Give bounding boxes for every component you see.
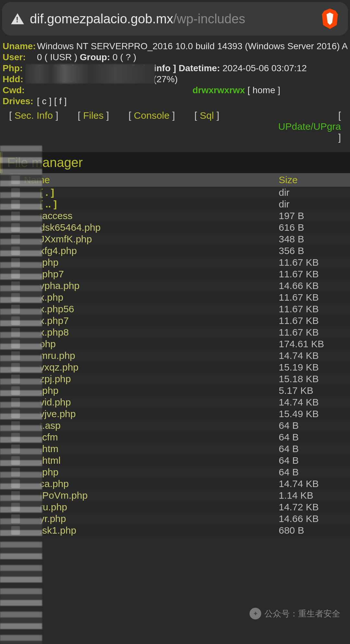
nav-update[interactable]: [UPdate/UPgra] — [239, 110, 341, 143]
file-row[interactable]: dsk65464.php616 B — [9, 222, 350, 233]
file-name[interactable]: .php — [23, 385, 279, 396]
file-name[interactable]: x.php7 — [23, 315, 279, 326]
file-row[interactable]: vxqz.php15.19 KB — [9, 361, 350, 373]
file-size: 14.72 KB — [279, 502, 350, 513]
column-name-header[interactable]: Name — [23, 174, 279, 185]
file-size: 64 B — [279, 467, 350, 478]
file-size: 11.67 KB — [279, 327, 350, 338]
file-row[interactable]: vpha.php14.66 KB — [9, 280, 350, 292]
file-row[interactable]: taccess197 B — [9, 210, 350, 222]
censored-filename-prefix-region — [0, 146, 42, 644]
file-name[interactable]: mru.php — [23, 350, 279, 361]
file-row[interactable]: ru.php14.72 KB — [9, 501, 350, 513]
file-name[interactable]: x.php8 — [23, 327, 279, 338]
file-row[interactable]: x.php5611.67 KB — [9, 303, 350, 315]
nav-console[interactable]: [ Console ] — [128, 110, 175, 121]
file-row[interactable]: yr.php14.66 KB — [9, 513, 350, 525]
file-name[interactable]: x.php — [23, 292, 279, 303]
file-row[interactable]: .php711.67 KB — [9, 268, 350, 280]
file-name[interactable]: .sk1.php — [23, 525, 279, 536]
home-link[interactable]: [ home ] — [245, 85, 280, 95]
nav-sql[interactable]: [ Sql ] — [194, 110, 219, 121]
file-size: 11.67 KB — [279, 315, 350, 326]
file-name[interactable]: ru.php — [23, 502, 279, 513]
file-size: 64 B — [279, 420, 350, 431]
file-row[interactable]: ca.php14.74 KB — [9, 478, 350, 490]
insecure-warning-icon — [11, 13, 24, 24]
file-row[interactable]: vjve.php15.49 KB — [9, 408, 350, 420]
file-row[interactable]: .php11.67 KB — [9, 257, 350, 268]
file-row[interactable]: mru.php14.74 KB — [9, 350, 350, 361]
file-row[interactable]: xfg4.php356 B — [9, 245, 350, 257]
file-size: 356 B — [279, 245, 350, 256]
file-row[interactable]: .htm64 B — [9, 443, 350, 455]
file-name[interactable]: .php7 — [23, 269, 279, 280]
brave-browser-icon[interactable] — [321, 8, 339, 29]
file-name[interactable]: zpj.php — [23, 373, 279, 384]
file-name[interactable]: yr.php — [23, 513, 279, 524]
url-text: dif.gomezpalacio.gob.mx/wp-includes — [30, 12, 315, 26]
column-size-header[interactable]: Size — [279, 174, 350, 185]
file-row[interactable]: vid.php14.74 KB — [9, 396, 350, 408]
file-name[interactable]: vid.php — [23, 397, 279, 408]
cwd-value: drwxrwxrwx [ home ] — [37, 85, 347, 96]
file-size: 15.19 KB — [279, 362, 350, 373]
file-size: 64 B — [279, 443, 350, 454]
file-row[interactable]: x.php811.67 KB — [9, 327, 350, 338]
file-size: 680 B — [279, 525, 350, 536]
file-size: 14.66 KB — [279, 280, 350, 291]
file-row[interactable]: .sk1.php680 B — [9, 525, 350, 536]
file-name[interactable]: .cfm — [23, 432, 279, 443]
browser-url-bar[interactable]: dif.gomezpalacio.gob.mx/wp-includes — [2, 2, 348, 36]
file-name[interactable]: .php — [23, 257, 279, 268]
file-row[interactable]: zpj.php15.18 KB — [9, 373, 350, 385]
censored-region — [25, 64, 155, 83]
tool-nav-menu: [ Sec. Info ] [ Files ] [ Console ] [ Sq… — [0, 108, 350, 144]
file-row[interactable]: t.asp64 B — [9, 420, 350, 431]
file-size: 11.67 KB — [279, 257, 350, 268]
file-name[interactable]: dsk65464.php — [23, 222, 279, 233]
file-name[interactable]: IPoVm.php — [23, 490, 279, 501]
file-row[interactable]: .php64 B — [9, 466, 350, 478]
file-name[interactable]: JXxmfK.php — [23, 234, 279, 245]
file-size: 197 B — [279, 210, 350, 221]
file-name[interactable]: taccess — [23, 210, 279, 221]
file-name[interactable]: vpha.php — [23, 280, 279, 291]
file-size: 14.74 KB — [279, 350, 350, 361]
file-name[interactable]: .html — [23, 455, 279, 466]
file-name[interactable]: [ . ] — [23, 187, 279, 198]
file-row[interactable]: IPoVm.php1.14 KB — [9, 490, 350, 501]
file-name[interactable]: [ .. ] — [23, 199, 279, 210]
file-row[interactable]: .php5.17 KB — [9, 385, 350, 396]
file-name[interactable]: vxqz.php — [23, 362, 279, 373]
file-size: 5.17 KB — [279, 385, 350, 396]
file-row[interactable]: x.php711.67 KB — [9, 315, 350, 327]
file-row[interactable]: ohp174.61 KB — [9, 338, 350, 350]
file-row[interactable]: x.php11.67 KB — [9, 292, 350, 303]
file-name[interactable]: ca.php — [23, 478, 279, 489]
file-name[interactable]: xfg4.php — [23, 245, 279, 256]
file-row[interactable]: [ . ]dir — [9, 187, 350, 198]
file-size: 14.74 KB — [279, 397, 350, 408]
file-size: 11.67 KB — [279, 304, 350, 315]
file-size: 616 B — [279, 222, 350, 233]
file-name[interactable]: t.asp — [23, 420, 279, 431]
file-size: 14.66 KB — [279, 513, 350, 524]
file-size: 15.18 KB — [279, 373, 350, 384]
nav-sec-info[interactable]: [ Sec. Info ] — [9, 110, 58, 121]
file-name[interactable]: vjve.php — [23, 408, 279, 419]
user-value: 0 ( IUSR ) Group: 0 ( ? ) — [37, 52, 347, 63]
file-size: 174.61 KB — [279, 339, 350, 350]
file-row[interactable]: [ .. ]dir — [9, 198, 350, 210]
file-row[interactable]: JXxmfK.php348 B — [9, 233, 350, 245]
drives-value[interactable]: [ c ] [ f ] — [37, 96, 347, 107]
file-name[interactable]: ohp — [23, 339, 279, 350]
file-row[interactable]: .html64 B — [9, 455, 350, 466]
file-name[interactable]: .php — [23, 467, 279, 478]
nav-files[interactable]: [ Files ] — [78, 110, 109, 121]
table-header-row: Name Size — [9, 173, 350, 187]
file-row[interactable]: .cfm64 B — [9, 431, 350, 443]
file-name[interactable]: x.php56 — [23, 304, 279, 315]
file-size: 15.49 KB — [279, 408, 350, 419]
file-name[interactable]: .htm — [23, 443, 279, 454]
